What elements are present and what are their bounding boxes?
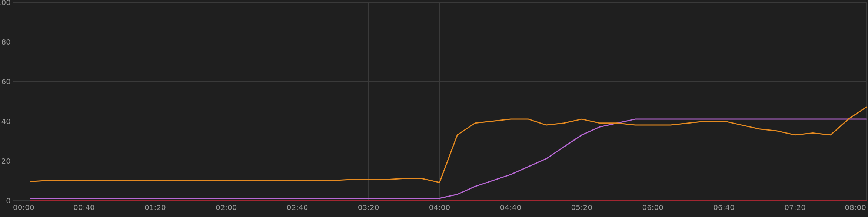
x-tick-label: 08:00 bbox=[845, 203, 866, 212]
x-tick-label: 04:00 bbox=[429, 203, 450, 212]
y-tick-label: 60 bbox=[1, 77, 11, 86]
x-tick-label: 01:20 bbox=[144, 203, 166, 212]
x-tick-label: 07:20 bbox=[784, 203, 806, 212]
x-tick-label: 00:00 bbox=[13, 203, 34, 212]
y-tick-label: 0 bbox=[6, 196, 11, 205]
y-tick-label: 100 bbox=[0, 0, 11, 7]
x-tick-label: 06:40 bbox=[713, 203, 735, 212]
x-tick-label: 04:40 bbox=[500, 203, 522, 212]
chart-container: 02040608010000:0000:4001:2002:0002:4003:… bbox=[0, 0, 868, 217]
x-tick-label: 00:40 bbox=[73, 203, 95, 212]
grid bbox=[13, 2, 866, 200]
x-tick-label: 03:20 bbox=[358, 203, 379, 212]
y-tick-label: 20 bbox=[1, 157, 11, 165]
y-tick-label: 80 bbox=[1, 37, 11, 46]
line-chart: 02040608010000:0000:4001:2002:0002:4003:… bbox=[0, 0, 868, 217]
x-tick-label: 06:00 bbox=[642, 203, 664, 212]
x-tick-label: 02:40 bbox=[287, 203, 308, 212]
y-tick-label: 40 bbox=[1, 117, 11, 126]
x-tick-label: 02:00 bbox=[216, 203, 237, 212]
x-tick-label: 05:20 bbox=[571, 203, 593, 212]
series-series-a bbox=[31, 107, 866, 183]
